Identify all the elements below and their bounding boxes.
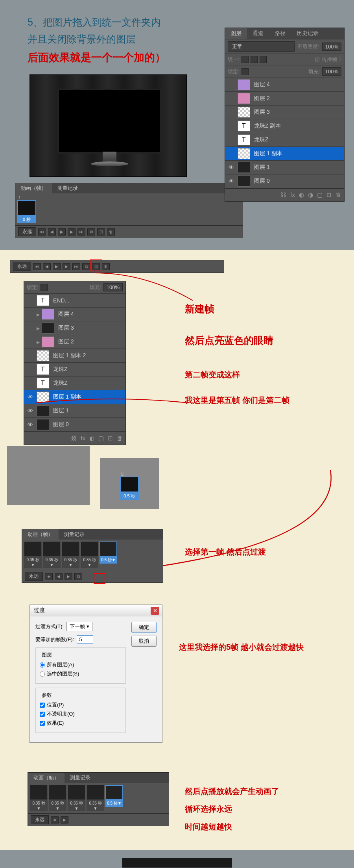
layer-row[interactable]: T龙珠Z 副本 [225, 119, 344, 133]
layer-row[interactable]: 图层 4 [225, 78, 344, 92]
frame-item[interactable]: 0.5 秒▼ [100, 542, 117, 568]
visibility-eye-icon[interactable] [26, 296, 35, 305]
tween-icon-2[interactable]: ⧉ [82, 263, 90, 270]
lock-icon[interactable] [242, 68, 249, 75]
visibility-eye-icon[interactable]: 👁 [227, 177, 236, 185]
tween-icon[interactable]: ⧉ [87, 228, 95, 236]
tab-history[interactable]: 历史记录 [291, 28, 324, 39]
adjust-icon[interactable]: ◑ [308, 191, 313, 198]
check-position[interactable] [40, 703, 45, 708]
frame-item[interactable]: 0.35 秒▼ [62, 542, 79, 568]
layer-row[interactable]: 👁图层 1 副本 [24, 390, 125, 404]
layer-row[interactable]: ▸图层 4 [24, 308, 125, 321]
layer-row[interactable]: 图层 2 [225, 92, 344, 106]
play-icon-2[interactable]: ▶ [53, 263, 61, 270]
layer-row[interactable]: 👁图层 1 [24, 404, 125, 418]
new-layer-icon[interactable]: ⊡ [326, 191, 332, 198]
visibility-eye-icon[interactable]: 👁 [26, 393, 35, 401]
frame-1[interactable]: 1 0 秒 [17, 195, 36, 223]
trash-icon-3[interactable]: 🗑 [117, 435, 123, 442]
trash-icon-2[interactable]: 🗑 [102, 263, 110, 270]
trash-icon[interactable]: 🗑 [336, 191, 341, 198]
frame-item[interactable]: 0.5 秒▼ [105, 785, 123, 811]
layer-row[interactable]: 👁图层 0 [24, 418, 125, 432]
mask-icon[interactable]: ◐ [299, 191, 304, 198]
last-icon[interactable]: ⏭ [72, 263, 80, 270]
visibility-eye-icon[interactable] [227, 122, 236, 130]
check-opacity[interactable] [40, 712, 45, 717]
unify-icon-2[interactable] [251, 56, 258, 63]
prev-frame-icon[interactable]: ◀ [48, 228, 56, 236]
next-icon[interactable]: ▶ [63, 263, 70, 270]
tab-paths[interactable]: 路径 [269, 28, 291, 39]
visibility-eye-icon[interactable] [26, 338, 35, 346]
frame-5-single[interactable]: 5 0.5 秒 [120, 472, 139, 500]
unify-icon-3[interactable] [260, 56, 267, 63]
lock-icon-2[interactable] [41, 284, 48, 291]
visibility-eye-icon[interactable] [26, 365, 35, 374]
frame-item[interactable]: 0.35 秒▼ [24, 542, 42, 568]
layer-row[interactable]: T龙珠Z [225, 133, 344, 147]
visibility-eye-icon[interactable] [227, 108, 236, 117]
link-icon-2[interactable]: ⛓ [71, 435, 77, 442]
mask-icon-2[interactable]: ◐ [89, 435, 94, 442]
loop-dropdown-2[interactable]: 永远 [13, 262, 31, 271]
frame-item[interactable]: 0.35 秒▼ [81, 542, 98, 568]
last-frame-icon[interactable]: ⏭ [77, 228, 85, 236]
visibility-eye-icon[interactable] [227, 149, 236, 158]
frame-item[interactable]: 0.35 秒▼ [30, 785, 48, 811]
prev-icon[interactable]: ◀ [43, 263, 51, 270]
visibility-eye-icon[interactable] [26, 310, 35, 319]
frames-input[interactable] [77, 635, 93, 644]
check-effects[interactable] [40, 721, 45, 726]
layer-row[interactable]: 图层 3 [225, 106, 344, 119]
cancel-button[interactable]: 取消 [131, 636, 157, 647]
propagate-label[interactable]: 传播帧 1 [322, 56, 341, 63]
tween-button-highlighted[interactable]: ⧉ [74, 573, 82, 580]
loop-dropdown[interactable]: 永远 [18, 227, 36, 236]
play-icon[interactable]: ▶ [58, 228, 66, 236]
layer-row[interactable]: ▸图层 2 [24, 335, 125, 349]
unify-icon-1[interactable] [242, 56, 249, 63]
visibility-eye-icon[interactable]: 👁 [26, 406, 35, 415]
visibility-eye-icon[interactable] [26, 351, 35, 360]
first-frame-icon[interactable]: ⏮ [38, 228, 46, 236]
next-frame-icon[interactable]: ▶ [68, 228, 76, 236]
tab-animation[interactable]: 动画（帧） [15, 183, 52, 193]
new-icon-2[interactable]: ⊡ [108, 435, 113, 442]
new-frame-icon[interactable]: ⊡ [97, 228, 105, 236]
visibility-eye-icon[interactable]: 👁 [227, 163, 236, 172]
visibility-eye-icon[interactable] [26, 379, 35, 388]
layer-row[interactable]: T龙珠Z [24, 377, 125, 390]
ok-button[interactable]: 确定 [131, 622, 157, 633]
radio-all-layers[interactable] [40, 662, 45, 668]
opacity-value[interactable]: 100% [322, 43, 341, 51]
visibility-eye-icon[interactable] [227, 135, 236, 144]
folder-icon-2[interactable]: ▢ [98, 435, 104, 442]
frame-item[interactable]: 0.35 秒▼ [68, 785, 85, 811]
fx-icon-2[interactable]: fx [81, 435, 85, 442]
tab-channels[interactable]: 通道 [247, 28, 269, 39]
delete-frame-icon[interactable]: 🗑 [107, 228, 115, 236]
blend-mode-dropdown[interactable]: 正常 [228, 41, 295, 52]
layer-row[interactable]: 图层 1 副本 2 [24, 349, 125, 363]
frame-item[interactable]: 0.35 秒▼ [49, 785, 66, 811]
fx-icon[interactable]: fx [290, 191, 295, 198]
link-icon[interactable]: ⛓ [280, 191, 286, 198]
layer-row[interactable]: T龙珠Z [24, 363, 125, 377]
visibility-eye-icon[interactable] [26, 324, 35, 332]
method-dropdown[interactable]: 下一帧 ▾ [66, 622, 92, 631]
close-icon[interactable]: ✕ [151, 607, 159, 615]
visibility-eye-icon[interactable] [227, 80, 236, 89]
visibility-eye-icon[interactable]: 👁 [26, 420, 35, 429]
layer-row[interactable]: 👁图层 1 [225, 161, 344, 174]
visibility-eye-icon[interactable] [227, 94, 236, 103]
first-icon[interactable]: ⏮ [33, 263, 41, 270]
frame-item[interactable]: 0.35 秒▼ [43, 542, 61, 568]
radio-selected-layers[interactable] [40, 671, 45, 677]
frame-item[interactable]: 0.35 秒▼ [87, 785, 104, 811]
tab-layers[interactable]: 图层 [225, 28, 247, 39]
layer-row[interactable]: ▸图层 3 [24, 321, 125, 335]
folder-icon[interactable]: ▢ [317, 191, 323, 198]
fill-value[interactable]: 100% [322, 67, 341, 76]
